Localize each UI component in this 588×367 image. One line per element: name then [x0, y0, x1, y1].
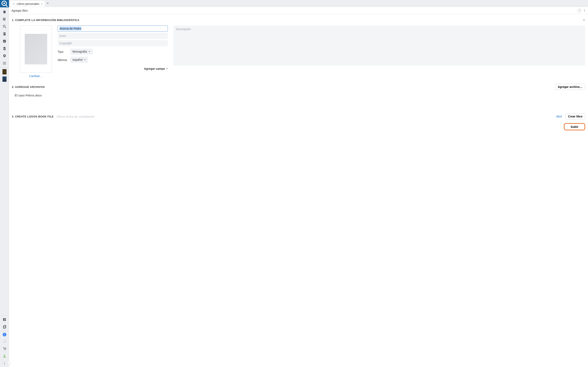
file-item[interactable]: El caso Petros.docx — [15, 94, 584, 97]
expand-rail-icon[interactable]: › — [7, 361, 11, 365]
svg-point-15 — [4, 62, 5, 62]
svg-rect-12 — [4, 49, 4, 49]
book-thumbnail-1[interactable] — [2, 69, 7, 75]
svg-rect-25 — [4, 320, 6, 321]
tab-label: Libros personales — [17, 2, 39, 6]
layouts-icon[interactable] — [0, 316, 9, 323]
cart-icon[interactable] — [0, 345, 9, 352]
open-link[interactable]: Abrir — [556, 115, 562, 118]
help-icon[interactable]: ? — [578, 9, 581, 12]
add-field-label: Agregar campo — [144, 67, 165, 70]
description-field[interactable]: Descripción — [173, 25, 585, 66]
svg-rect-4 — [4, 18, 5, 21]
rail-divider — [0, 331, 9, 331]
svg-point-21 — [4, 64, 5, 64]
home-icon[interactable] — [0, 8, 9, 16]
title-field[interactable]: Acerca de Pedro — [58, 25, 168, 32]
notifications-badge[interactable]: 1 — [3, 333, 6, 336]
shield-icon[interactable] — [0, 52, 9, 59]
tabs-bar: Libros personales × + — [9, 0, 588, 7]
svg-point-20 — [3, 64, 4, 64]
svg-point-17 — [3, 63, 4, 63]
create-book-button[interactable]: Crear libro — [565, 113, 585, 119]
title-value: Acerca de Pedro — [60, 27, 81, 30]
tab-hexagon-icon — [12, 2, 15, 5]
section1-heading: 1. COMPLETE LA INFORMACIÓN BIBLIOGRÁFICA… — [12, 18, 585, 22]
section1-heading-text: 1. COMPLETE LA INFORMACIÓN BIBLIOGRÁFICA — [12, 18, 79, 22]
svg-rect-7 — [4, 33, 5, 34]
svg-rect-10 — [4, 48, 5, 48]
library-icon[interactable] — [0, 16, 9, 23]
type-dropdown[interactable]: Monografía — [70, 49, 93, 54]
svg-marker-31 — [13, 3, 15, 5]
svg-rect-3 — [4, 18, 4, 20]
section3-heading: 3. CREATE LOGOS BOOK FILE — [12, 115, 53, 118]
sync-icon[interactable] — [0, 338, 9, 345]
svg-point-14 — [3, 62, 4, 62]
section2-heading-text: 2. AGREGUE ARCHIVOS — [12, 85, 45, 89]
svg-rect-8 — [4, 33, 5, 34]
tab-personal-books[interactable]: Libros personales × — [10, 1, 45, 7]
svg-point-19 — [5, 63, 6, 63]
svg-rect-23 — [3, 318, 4, 321]
svg-point-30 — [4, 355, 5, 356]
svg-point-22 — [5, 64, 6, 64]
svg-rect-11 — [4, 49, 5, 49]
rail-divider — [0, 67, 9, 67]
main-panel: Libros personales × + Agregar libro ? 1.… — [9, 0, 588, 367]
svg-point-13 — [4, 55, 5, 56]
panel-menu-icon[interactable] — [583, 9, 586, 12]
export-icon[interactable] — [0, 323, 9, 331]
book-thumbnail-2[interactable] — [2, 76, 7, 82]
add-field-dropdown[interactable]: Agregar campo — [144, 67, 168, 70]
change-cover-link[interactable]: Cambiar… — [29, 75, 43, 78]
author-input[interactable] — [60, 34, 166, 38]
chevron-down-icon — [84, 59, 86, 60]
author-field[interactable] — [58, 33, 168, 39]
chevron-down-icon — [89, 51, 90, 52]
svg-point-5 — [3, 25, 5, 27]
bible-icon[interactable] — [0, 30, 9, 38]
cover-placeholder — [20, 25, 52, 73]
upload-button[interactable]: Subir — [564, 123, 585, 130]
svg-rect-24 — [4, 318, 6, 319]
new-tab-button[interactable]: + — [45, 0, 51, 7]
copyright-input[interactable] — [60, 42, 166, 45]
svg-point-29 — [5, 350, 6, 350]
document-icon[interactable] — [0, 45, 9, 52]
type-label: Tipo — [58, 50, 68, 53]
language-value: español — [72, 58, 82, 61]
section2-heading: 2. AGREGUE ARCHIVOS — [12, 85, 45, 89]
content-area: 1. COMPLETE LA INFORMACIÓN BIBLIOGRÁFICA… — [9, 14, 588, 367]
section3-heading-text: 3. CREATE LOGOS BOOK FILE — [12, 115, 53, 118]
svg-point-28 — [4, 350, 4, 350]
copyright-field[interactable] — [58, 40, 168, 46]
page-title: Agregar libro — [11, 9, 28, 12]
close-section-icon[interactable]: × — [583, 18, 585, 22]
search-icon[interactable] — [0, 23, 9, 30]
add-file-button[interactable]: Agregar archivo… — [555, 84, 585, 90]
tab-close-icon[interactable]: × — [41, 2, 43, 6]
user-icon[interactable] — [0, 352, 9, 360]
apps-grid-icon[interactable] — [0, 59, 9, 67]
last-compile-label: Última fecha de compilación — [56, 115, 95, 118]
svg-rect-2 — [3, 18, 4, 20]
chevron-down-icon — [166, 68, 168, 69]
checklist-icon[interactable] — [0, 38, 9, 45]
svg-point-1 — [3, 3, 5, 4]
files-list: El caso Petros.docx — [12, 90, 585, 99]
left-rail: 1 › — [0, 0, 9, 367]
app-logo[interactable] — [0, 0, 9, 7]
language-label: Idioma: — [58, 58, 68, 62]
description-placeholder: Descripción — [176, 27, 191, 31]
svg-point-18 — [4, 63, 5, 63]
language-dropdown[interactable]: español — [70, 57, 88, 63]
book-cover-icon — [25, 34, 47, 64]
page-title-bar: Agregar libro ? — [9, 7, 588, 14]
type-value: Monografía — [72, 50, 87, 53]
svg-point-16 — [5, 62, 6, 62]
svg-rect-9 — [3, 40, 6, 42]
